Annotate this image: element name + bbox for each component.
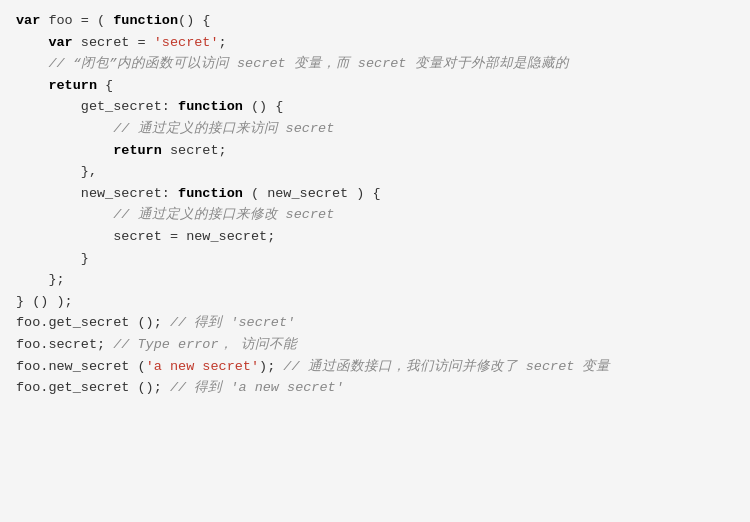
code-token — [16, 143, 113, 158]
code-token: get_secret: — [16, 99, 178, 114]
code-line: var secret = 'secret'; — [16, 32, 734, 54]
code-token: foo.get_secret (); — [16, 380, 170, 395]
code-token: } — [16, 251, 89, 266]
code-token: secret; — [162, 143, 227, 158]
code-token: secret = — [81, 35, 154, 50]
code-token: function — [113, 13, 178, 28]
code-token: = ( — [73, 13, 114, 28]
code-token: var — [16, 13, 48, 28]
code-token: }, — [16, 164, 97, 179]
code-line: var foo = ( function() { — [16, 10, 734, 32]
code-token: () { — [178, 13, 210, 28]
code-token: new_secret: — [16, 186, 178, 201]
code-token: ( new_secret ) { — [243, 186, 381, 201]
code-token: return — [113, 143, 162, 158]
code-line: } () ); — [16, 291, 734, 313]
code-token: foo.get_secret (); — [16, 315, 170, 330]
code-line: foo.secret; // Type error， 访问不能 — [16, 334, 734, 356]
code-line: get_secret: function () { — [16, 96, 734, 118]
code-token: 'secret' — [154, 35, 219, 50]
code-token: 'a new secret' — [146, 359, 259, 374]
code-token: // 得到 'secret' — [170, 315, 295, 330]
code-token — [16, 78, 48, 93]
code-container: var foo = ( function() { var secret = 's… — [16, 10, 734, 399]
code-token: function — [178, 186, 243, 201]
code-token: foo — [48, 13, 72, 28]
code-line: }, — [16, 161, 734, 183]
code-token: } () ); — [16, 294, 73, 309]
code-token: // 通过定义的接口来访问 secret — [16, 121, 334, 136]
code-line: foo.get_secret (); // 得到 'a new secret' — [16, 377, 734, 399]
code-token: { — [97, 78, 113, 93]
code-token: () { — [243, 99, 284, 114]
code-line: // 通过定义的接口来访问 secret — [16, 118, 734, 140]
code-line: }; — [16, 269, 734, 291]
code-token: ); — [259, 359, 283, 374]
code-line: // “闭包”内的函数可以访问 secret 变量，而 secret 变量对于外… — [16, 53, 734, 75]
code-token: }; — [16, 272, 65, 287]
code-token: var — [16, 35, 81, 50]
code-token: // “闭包”内的函数可以访问 secret 变量，而 secret 变量对于外… — [16, 56, 569, 71]
code-token: foo.new_secret ( — [16, 359, 146, 374]
code-token: ; — [219, 35, 227, 50]
code-line: secret = new_secret; — [16, 226, 734, 248]
code-line: return { — [16, 75, 734, 97]
code-line: // 通过定义的接口来修改 secret — [16, 204, 734, 226]
code-token: // 通过定义的接口来修改 secret — [16, 207, 334, 222]
code-token: return — [48, 78, 97, 93]
code-token: // 得到 'a new secret' — [170, 380, 344, 395]
code-token: foo.secret; — [16, 337, 113, 352]
code-line: return secret; — [16, 140, 734, 162]
code-token: // Type error， 访问不能 — [113, 337, 296, 352]
code-token: secret = new_secret; — [16, 229, 275, 244]
code-line: foo.get_secret (); // 得到 'secret' — [16, 312, 734, 334]
code-line: } — [16, 248, 734, 270]
code-line: foo.new_secret ('a new secret'); // 通过函数… — [16, 356, 734, 378]
code-token: // 通过函数接口，我们访问并修改了 secret 变量 — [283, 359, 610, 374]
code-line: new_secret: function ( new_secret ) { — [16, 183, 734, 205]
code-token: function — [178, 99, 243, 114]
